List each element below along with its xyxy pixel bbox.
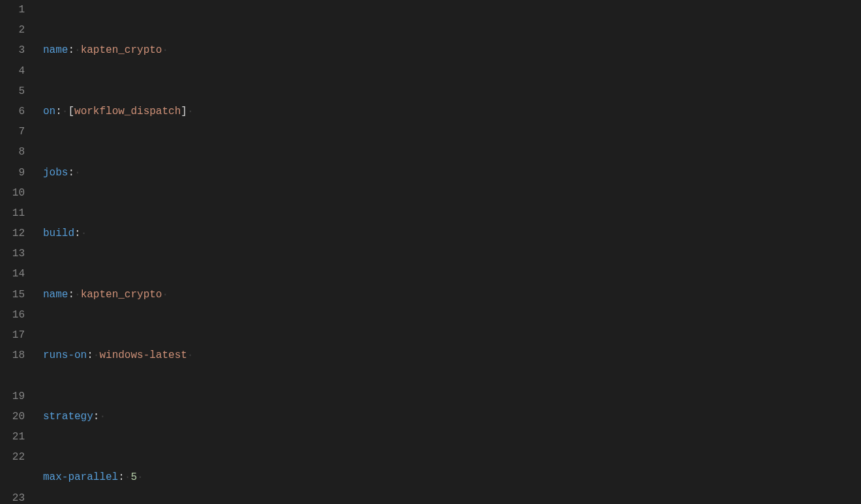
code-line[interactable]: strategy:· [39, 407, 861, 427]
line-number: 22 [0, 447, 25, 488]
line-number: 12 [0, 224, 25, 244]
line-number: 6 [0, 102, 25, 122]
line-number: 8 [0, 142, 25, 162]
line-number: 21 [0, 427, 25, 447]
code-editor[interactable]: 1 2 3 4 5 6 7 8 9 10 11 12 13 14 15 16 1… [0, 0, 861, 504]
line-number: 1 [0, 0, 25, 20]
line-number: 19 [0, 387, 25, 407]
code-line[interactable]: build:· [39, 224, 861, 244]
code-line[interactable]: max-parallel:·5· [39, 467, 861, 488]
line-number: 20 [0, 407, 25, 427]
line-number-gutter: 1 2 3 4 5 6 7 8 9 10 11 12 13 14 15 16 1… [0, 0, 34, 504]
line-number: 15 [0, 285, 25, 305]
line-number: 16 [0, 305, 25, 325]
line-number: 23 [0, 488, 25, 504]
line-number: 4 [0, 61, 25, 82]
code-area[interactable]: name:·kapten_crypto· on:·[workflow_dispa… [34, 0, 861, 504]
line-number: 13 [0, 244, 25, 264]
code-line[interactable]: jobs:· [39, 163, 861, 183]
line-number: 10 [0, 183, 25, 203]
code-line[interactable]: name:·kapten_crypto· [39, 285, 861, 305]
line-number: 14 [0, 264, 25, 284]
line-number: 7 [0, 122, 25, 142]
line-number: 17 [0, 325, 25, 346]
line-number: 2 [0, 20, 25, 40]
line-number: 11 [0, 203, 25, 224]
line-number: 5 [0, 82, 25, 102]
line-number: 3 [0, 40, 25, 61]
code-line[interactable]: name:·kapten_crypto· [39, 40, 861, 61]
line-number: 18 [0, 346, 25, 386]
code-line[interactable]: on:·[workflow_dispatch]· [39, 102, 861, 122]
code-line[interactable]: runs-on:·windows-latest· [39, 346, 861, 366]
line-number: 9 [0, 163, 25, 183]
